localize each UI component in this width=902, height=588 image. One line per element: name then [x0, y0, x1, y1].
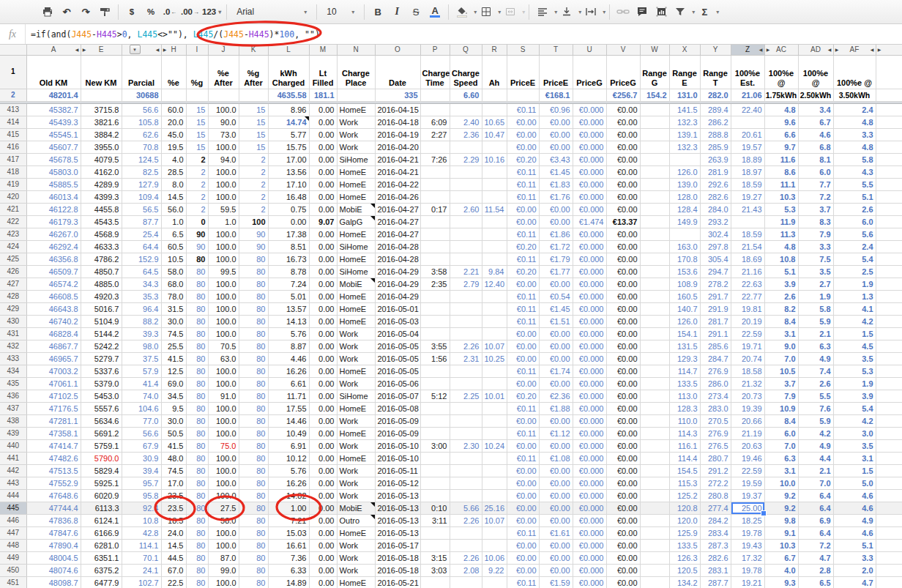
summary-cell[interactable] — [482, 89, 507, 101]
cell-J449[interactable]: 87.0 — [208, 551, 239, 564]
cell-O430[interactable]: 2016-05-03 — [375, 315, 420, 327]
cell-X445[interactable]: 120.8 — [669, 502, 700, 514]
cell-J442[interactable]: 100.0 — [208, 464, 239, 477]
cell-AF449[interactable]: 3.3 — [833, 551, 876, 564]
summary-cell[interactable]: 154.2 — [640, 89, 669, 101]
cell-AF444[interactable]: 4.6 — [833, 489, 876, 502]
cell-S421[interactable]: €0.00 — [507, 203, 539, 215]
cell-Q433[interactable]: 2.31 — [450, 352, 482, 365]
cell-R429[interactable] — [482, 302, 507, 315]
cell-AF422[interactable]: 6.0 — [833, 215, 876, 228]
cell-AF418[interactable]: 4.3 — [833, 165, 876, 178]
cell-P414[interactable]: 6:09 — [420, 116, 450, 128]
cell-AC440[interactable]: 7.0 — [764, 439, 798, 452]
cell-R448[interactable] — [482, 539, 507, 551]
cell-H429[interactable]: 31.5 — [161, 302, 186, 315]
cell-X435[interactable]: 133.5 — [669, 377, 700, 390]
cell-O413[interactable]: 2016-04-15 — [375, 103, 420, 116]
cell-N413[interactable]: HomeE — [337, 103, 375, 116]
cell-Z431[interactable]: 22.59 — [731, 327, 764, 340]
cell-T439[interactable]: €1.12 — [539, 427, 573, 439]
cell-K434[interactable]: 80 — [239, 365, 268, 377]
cell-AC435[interactable]: 3.7 — [764, 377, 798, 390]
cell-H428[interactable]: 78.0 — [161, 290, 186, 302]
cell-Q444[interactable] — [450, 489, 482, 502]
cell-A426[interactable]: 46509.7 — [26, 265, 81, 278]
cell-N450[interactable]: Work — [337, 564, 375, 576]
cell-AC413[interactable]: 4.8 — [764, 103, 798, 116]
cell-L426[interactable]: 8.78 — [268, 265, 309, 278]
cell-A424[interactable]: 46292.4 — [26, 240, 81, 253]
cell-U423[interactable]: €0.000 — [573, 228, 606, 240]
cell-U413[interactable]: €0.000 — [573, 103, 606, 116]
row-header-436[interactable]: 436 — [0, 390, 26, 402]
cell-AC446[interactable]: 9.8 — [764, 514, 798, 526]
cell-AF438[interactable]: 4.2 — [833, 414, 876, 427]
cell-AD436[interactable]: 5.5 — [798, 390, 833, 402]
cell-J418[interactable]: 100.0 — [208, 165, 239, 178]
cell-Y417[interactable]: 263.9 — [700, 153, 731, 165]
cell-Z422[interactable] — [731, 215, 764, 228]
cell-V414[interactable]: €0.00 — [606, 116, 640, 128]
cell-Y416[interactable]: 285.9 — [700, 141, 731, 153]
cell-J450[interactable]: 99.0 — [208, 564, 239, 576]
cell-N439[interactable]: HomeE — [337, 427, 375, 439]
cell-Y433[interactable]: 284.7 — [700, 352, 731, 365]
cell-R423[interactable] — [482, 228, 507, 240]
cell-S427[interactable]: €0.00 — [507, 278, 539, 290]
cell-AF451[interactable]: 4.7 — [833, 576, 876, 588]
cell-E424[interactable]: 4633.3 — [81, 240, 122, 253]
cell-V426[interactable]: €0.00 — [606, 265, 640, 278]
cell-M444[interactable]: 0.00 — [309, 489, 337, 502]
cell-Z445[interactable]: 25.00 — [731, 502, 764, 514]
cell-AC442[interactable]: 3.1 — [764, 464, 798, 477]
cell-X450[interactable]: 120.5 — [669, 564, 700, 576]
cell-X440[interactable]: 116.1 — [669, 439, 700, 452]
cell-N416[interactable]: Work — [337, 141, 375, 153]
row-header-447[interactable]: 447 — [0, 526, 26, 539]
cell-H415[interactable]: 45.0 — [161, 128, 186, 141]
row-header-433[interactable]: 433 — [0, 352, 26, 365]
cell-N414[interactable]: Work — [337, 116, 375, 128]
cell-X451[interactable]: 134.2 — [669, 576, 700, 588]
cell-H424[interactable]: 60.5 — [161, 240, 186, 253]
cell-Y441[interactable]: 280.7 — [700, 452, 731, 464]
cell-AD432[interactable]: 6.3 — [798, 340, 833, 352]
header-label[interactable]: Ah — [482, 55, 507, 89]
cell-P413[interactable] — [420, 103, 450, 116]
cell-P433[interactable]: 1:56 — [420, 352, 450, 365]
cell-T433[interactable]: €0.00 — [539, 352, 573, 365]
cell-M426[interactable]: 0.00 — [309, 265, 337, 278]
cell-K428[interactable]: 80 — [239, 290, 268, 302]
cell-empty[interactable] — [876, 390, 902, 402]
cell-E437[interactable]: 5557.6 — [81, 402, 122, 414]
cell-Z441[interactable]: 19.46 — [731, 452, 764, 464]
cell-J445[interactable]: 27.5 — [208, 502, 239, 514]
cell-W413[interactable] — [640, 103, 669, 116]
cell-AF433[interactable]: 3.5 — [833, 352, 876, 365]
cell-Q439[interactable] — [450, 427, 482, 439]
cell-K439[interactable]: 80 — [239, 427, 268, 439]
cell-K426[interactable]: 80 — [239, 265, 268, 278]
cell-M438[interactable]: 0.00 — [309, 414, 337, 427]
cell-empty[interactable] — [876, 315, 902, 327]
cell-Y434[interactable]: 276.9 — [700, 365, 731, 377]
cell-U425[interactable]: €0.000 — [573, 253, 606, 265]
cell-empty[interactable] — [876, 452, 902, 464]
cell-J436[interactable]: 91.0 — [208, 390, 239, 402]
cell-Y442[interactable]: 291.2 — [700, 464, 731, 477]
cell-X449[interactable]: 126.3 — [669, 551, 700, 564]
cell-H434[interactable]: 12.5 — [161, 365, 186, 377]
cell-AD444[interactable]: 6.4 — [798, 489, 833, 502]
cell-H427[interactable]: 68.0 — [161, 278, 186, 290]
cell-U426[interactable]: €0.000 — [573, 265, 606, 278]
cell-O435[interactable]: 2016-05-06 — [375, 377, 420, 390]
cell-J439[interactable]: 100.0 — [208, 427, 239, 439]
borders-button[interactable] — [478, 3, 494, 21]
cell-AC417[interactable]: 11.6 — [764, 153, 798, 165]
cell-X415[interactable]: 139.1 — [669, 128, 700, 141]
cell-empty[interactable] — [876, 153, 902, 165]
cell-Q427[interactable]: 2.79 — [450, 278, 482, 290]
cell-AC433[interactable]: 7.0 — [764, 352, 798, 365]
cell-N426[interactable]: SiHome — [337, 265, 375, 278]
